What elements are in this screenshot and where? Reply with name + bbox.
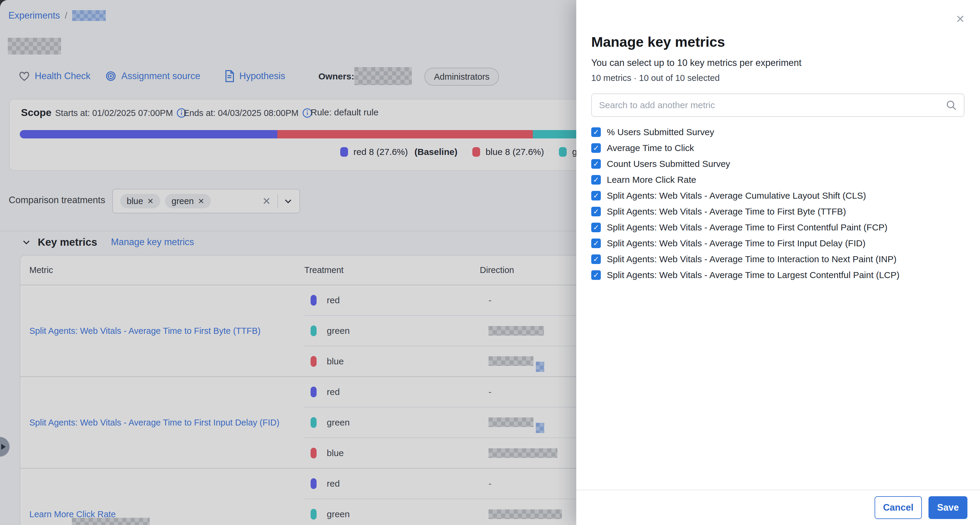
checkbox-checked[interactable]: ✓ [591,223,601,232]
metric-checkbox-label: Split Agents: Web Vitals - Average Cumul… [607,191,866,201]
metric-checkbox-row: ✓Count Users Submitted Survey [591,156,968,172]
metric-checkbox-list: ✓% Users Submitted Survey✓Average Time t… [591,124,968,283]
panel-footer: Cancel Save [576,490,980,525]
checkbox-checked[interactable]: ✓ [591,159,601,169]
checkbox-checked[interactable]: ✓ [591,175,601,185]
search-icon [945,99,957,111]
manage-key-metrics-panel: ✕ Manage key metrics You can select up t… [576,0,980,525]
app-window: Experiments / Health Check Assignment so… [0,0,980,525]
panel-subtitle: You can select up to 10 key metrics per … [591,57,802,68]
metric-checkbox-label: Split Agents: Web Vitals - Average Time … [607,270,899,280]
metric-checkbox-row: ✓% Users Submitted Survey [591,124,968,140]
metric-checkbox-label: Split Agents: Web Vitals - Average Time … [607,206,846,217]
metric-checkbox-label: Split Agents: Web Vitals - Average Time … [607,254,896,264]
metric-checkbox-label: Count Users Submitted Survey [607,159,730,169]
checkbox-checked[interactable]: ✓ [591,270,601,280]
close-icon[interactable]: ✕ [953,12,967,26]
save-button[interactable]: Save [929,496,967,519]
checkbox-checked[interactable]: ✓ [591,254,601,264]
checkbox-checked[interactable]: ✓ [591,207,601,216]
panel-selection-count: 10 metrics · 10 out of 10 selected [591,73,720,83]
checkbox-checked[interactable]: ✓ [591,128,601,137]
metric-checkbox-label: % Users Submitted Survey [607,127,714,137]
metric-checkbox-row: ✓Split Agents: Web Vitals - Average Time… [591,219,968,235]
metric-checkbox-row: ✓Split Agents: Web Vitals - Average Time… [591,235,968,251]
metric-checkbox-label: Average Time to Click [607,143,694,153]
checkbox-checked[interactable]: ✓ [591,239,601,248]
metric-checkbox-row: ✓Split Agents: Web Vitals - Average Time… [591,267,968,283]
metric-checkbox-row: ✓Learn More Click Rate [591,172,968,188]
metric-checkbox-row: ✓Split Agents: Web Vitals - Average Time… [591,203,968,219]
cancel-button[interactable]: Cancel [875,496,922,519]
metric-search-input[interactable] [592,100,945,110]
checkbox-checked[interactable]: ✓ [591,191,601,201]
metric-checkbox-label: Split Agents: Web Vitals - Average Time … [607,238,865,249]
metric-checkbox-row: ✓Split Agents: Web Vitals - Average Cumu… [591,188,968,203]
metric-checkbox-label: Split Agents: Web Vitals - Average Time … [607,222,888,233]
metric-checkbox-row: ✓Split Agents: Web Vitals - Average Time… [591,251,968,267]
metric-checkbox-label: Learn More Click Rate [607,175,696,185]
metric-search-box [591,94,964,117]
checkbox-checked[interactable]: ✓ [591,143,601,153]
metric-checkbox-row: ✓Average Time to Click [591,140,968,156]
panel-title: Manage key metrics [591,34,725,50]
